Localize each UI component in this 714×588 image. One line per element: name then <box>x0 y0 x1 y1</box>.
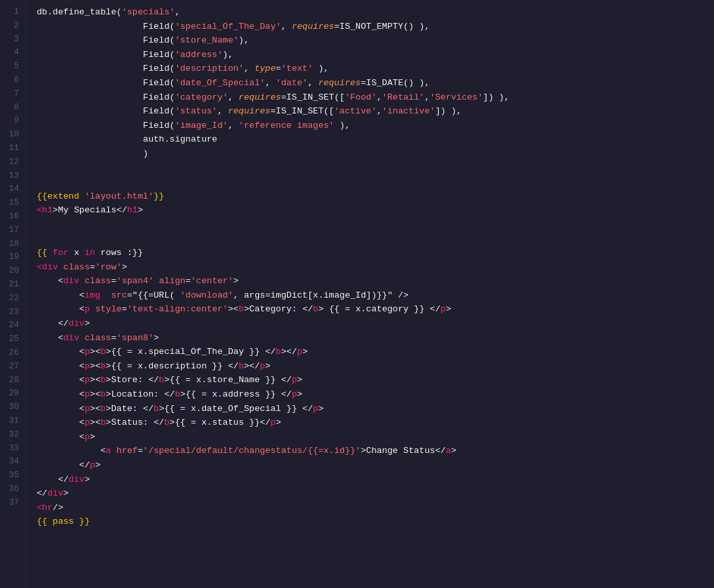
token: 'center' <box>191 276 233 286</box>
token: div <box>42 262 58 272</box>
token: = <box>111 333 116 343</box>
token <box>58 262 63 272</box>
code-content[interactable]: db.define_table('specials', Field('speci… <box>26 0 714 588</box>
token: , <box>244 64 254 73</box>
token: h1 <box>42 205 52 215</box>
token: 'date' <box>276 78 308 88</box>
token: b <box>164 418 169 427</box>
token: p <box>85 389 90 399</box>
token <box>79 333 85 343</box>
token: </ <box>37 488 47 498</box>
token: Field( <box>37 22 175 31</box>
token: > <box>85 319 90 328</box>
code-line-30: <p><b>Status: </b>{{ = x.status }}</p> <box>37 416 714 430</box>
token: 'row' <box>95 262 122 272</box>
token: < <box>37 304 85 314</box>
token: ), <box>313 64 328 73</box>
token <box>100 290 111 300</box>
token: >{{ = x.status }}</ <box>170 418 271 427</box>
line-number-24: 24 <box>0 319 26 332</box>
code-line-6: Field('date_Of_Special', 'date', require… <box>37 76 714 90</box>
code-line-19: <div class='row'> <box>37 260 714 275</box>
token: p <box>85 432 90 442</box>
token: 'span4' <box>117 276 154 286</box>
token: , <box>217 106 228 116</box>
code-line-12 <box>37 161 714 176</box>
token: ></ <box>281 347 297 357</box>
line-number-20: 20 <box>0 264 26 278</box>
token: p <box>85 361 90 371</box>
line-number-9: 9 <box>0 114 26 128</box>
token: >Change Status</ <box>361 446 446 456</box>
token: 'Services' <box>430 92 483 102</box>
token: >My Specials</ <box>52 205 127 215</box>
line-number-21: 21 <box>0 278 26 292</box>
code-line-2: Field('special_Of_The_Day', requires=IS_… <box>37 20 714 34</box>
token: requires <box>239 92 281 102</box>
token: ), <box>223 50 233 60</box>
token: ]) ), <box>483 92 510 102</box>
token: , <box>228 121 239 130</box>
line-number-10: 10 <box>0 128 26 142</box>
code-line-14: {{extend 'layout.html'}} <box>37 189 714 204</box>
code-line-3: Field('store_Name'), <box>37 33 714 48</box>
line-number-17: 17 <box>0 224 26 237</box>
token: 'text' <box>281 64 313 73</box>
token: > <box>95 460 100 470</box>
line-number-29: 29 <box>0 387 26 401</box>
token: < <box>37 290 85 300</box>
token: 'Retail' <box>382 92 425 102</box>
line-numbers: 1234567891011121314151617181920212223242… <box>0 0 26 588</box>
token: < <box>37 347 85 357</box>
token: ></ <box>244 361 260 371</box>
code-line-23: </div> <box>37 317 714 331</box>
token: 'category' <box>175 92 228 102</box>
token: class <box>64 262 90 272</box>
token: , <box>377 106 382 116</box>
token: p <box>85 347 90 357</box>
line-number-13: 13 <box>0 169 26 183</box>
token: href <box>117 446 138 456</box>
token: 'specials' <box>122 7 175 17</box>
token: Field( <box>37 50 175 60</box>
token: auth.signature <box>37 134 217 144</box>
code-line-31: <p> <box>37 430 714 444</box>
token: b <box>276 347 281 357</box>
token: for <box>52 248 68 258</box>
token: > <box>451 446 456 456</box>
token: > <box>297 389 302 399</box>
token: Field( <box>37 92 175 102</box>
line-number-34: 34 <box>0 455 26 469</box>
token: Field( <box>37 78 175 88</box>
token: {{ <box>37 248 52 258</box>
code-line-35: </div> <box>37 486 714 501</box>
token: p <box>85 418 90 427</box>
token: </ <box>37 460 90 470</box>
token: div <box>69 475 85 484</box>
token: >{{ = x.special_Of_The_Day }} </ <box>106 347 275 357</box>
line-number-3: 3 <box>0 33 26 47</box>
token: p <box>271 418 276 427</box>
code-line-1: db.define_table('specials', <box>37 5 714 20</box>
code-line-11: ) <box>37 147 714 161</box>
line-number-6: 6 <box>0 73 26 87</box>
line-number-18: 18 <box>0 237 26 251</box>
token: </ <box>37 475 69 484</box>
token: > <box>122 262 127 272</box>
token: a <box>446 446 451 456</box>
code-line-28: <p><b>Location: </b>{{ = x.address }} </… <box>37 387 714 402</box>
token <box>111 446 116 456</box>
token: p <box>297 347 302 357</box>
token: >Location: </ <box>106 389 174 399</box>
token: < <box>37 446 106 456</box>
token: rows :}} <box>95 248 143 258</box>
line-number-16: 16 <box>0 210 26 224</box>
line-number-12: 12 <box>0 155 26 169</box>
code-line-32: <a href='/special/default/changestatus/{… <box>37 444 714 458</box>
code-line-27: <p><b>Store: </b>{{ = x.store_Name }} </… <box>37 373 714 387</box>
token: align <box>159 276 186 286</box>
token: > <box>318 404 323 414</box>
token: >< <box>90 404 100 414</box>
token: db.define_table( <box>37 7 122 17</box>
token: > <box>297 375 302 385</box>
